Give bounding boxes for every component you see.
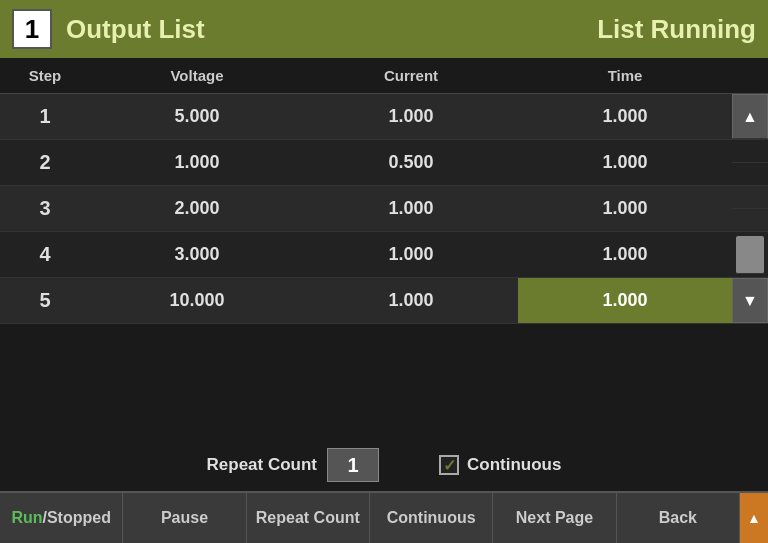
stopped-label: /Stopped bbox=[43, 509, 111, 527]
pause-button[interactable]: Pause bbox=[123, 493, 246, 543]
cell-step-4: 4 bbox=[0, 243, 90, 266]
scroll-down-button[interactable]: ▼ bbox=[732, 278, 768, 323]
run-stopped-button[interactable]: Run/Stopped bbox=[0, 493, 123, 543]
continuous-text: Continuous bbox=[467, 455, 561, 475]
table-row[interactable]: 1 5.000 1.000 1.000 ▲ bbox=[0, 94, 768, 140]
cell-step-5: 5 bbox=[0, 289, 90, 312]
col-header-current: Current bbox=[304, 67, 518, 84]
next-page-button[interactable]: Next Page bbox=[493, 493, 616, 543]
cell-voltage-4: 3.000 bbox=[90, 244, 304, 265]
cell-voltage-3: 2.000 bbox=[90, 198, 304, 219]
cell-time-4: 1.000 bbox=[518, 244, 732, 265]
cell-current-4: 1.000 bbox=[304, 244, 518, 265]
repeat-count-value[interactable]: 1 bbox=[327, 448, 379, 482]
cell-voltage-2: 1.000 bbox=[90, 152, 304, 173]
table-row[interactable]: 2 1.000 0.500 1.000 bbox=[0, 140, 768, 186]
status-badge: List Running bbox=[597, 14, 756, 45]
col-header-step: Step bbox=[0, 67, 90, 84]
cell-step-2: 2 bbox=[0, 151, 90, 174]
table-column-headers: Step Voltage Current Time bbox=[0, 58, 768, 94]
cell-voltage-5: 10.000 bbox=[90, 290, 304, 311]
continuous-status: ✓ Continuous bbox=[439, 455, 561, 475]
toolbar: Run/Stopped Pause Repeat Count Continuou… bbox=[0, 491, 768, 543]
table-row[interactable]: 4 3.000 1.000 1.000 bbox=[0, 232, 768, 278]
cell-current-1: 1.000 bbox=[304, 106, 518, 127]
cell-time-1: 1.000 bbox=[518, 106, 732, 127]
header: 1 Output List List Running bbox=[0, 0, 768, 58]
repeat-count-button[interactable]: Repeat Count bbox=[247, 493, 370, 543]
table-body: 1 5.000 1.000 1.000 ▲ 2 1.000 0.500 1.00… bbox=[0, 94, 768, 439]
col-header-time: Time bbox=[518, 67, 732, 84]
info-row: Repeat Count 1 ✓ Continuous bbox=[0, 439, 768, 491]
cell-current-5: 1.000 bbox=[304, 290, 518, 311]
cell-time-2: 1.000 bbox=[518, 152, 732, 173]
cell-time-3: 1.000 bbox=[518, 198, 732, 219]
screen: 1 Output List List Running Step Voltage … bbox=[0, 0, 768, 543]
run-label: Run bbox=[11, 509, 42, 527]
toolbar-up-arrow[interactable]: ▲ bbox=[740, 493, 768, 543]
table-row-active[interactable]: 5 10.000 1.000 1.000 ▼ bbox=[0, 278, 768, 324]
cell-voltage-1: 5.000 bbox=[90, 106, 304, 127]
continuous-button[interactable]: Continuous bbox=[370, 493, 493, 543]
scroll-up-button[interactable]: ▲ bbox=[732, 94, 768, 139]
continuous-checkbox[interactable]: ✓ bbox=[439, 455, 459, 475]
channel-number: 1 bbox=[12, 9, 52, 49]
cell-step-3: 3 bbox=[0, 197, 90, 220]
repeat-count-label: Repeat Count bbox=[207, 455, 318, 475]
cell-step-1: 1 bbox=[0, 105, 90, 128]
cell-current-3: 1.000 bbox=[304, 198, 518, 219]
page-title: Output List bbox=[66, 14, 597, 45]
cell-current-2: 0.500 bbox=[304, 152, 518, 173]
table-row[interactable]: 3 2.000 1.000 1.000 bbox=[0, 186, 768, 232]
cell-time-5-active[interactable]: 1.000 bbox=[518, 278, 732, 323]
col-header-voltage: Voltage bbox=[90, 67, 304, 84]
back-button[interactable]: Back bbox=[617, 493, 740, 543]
